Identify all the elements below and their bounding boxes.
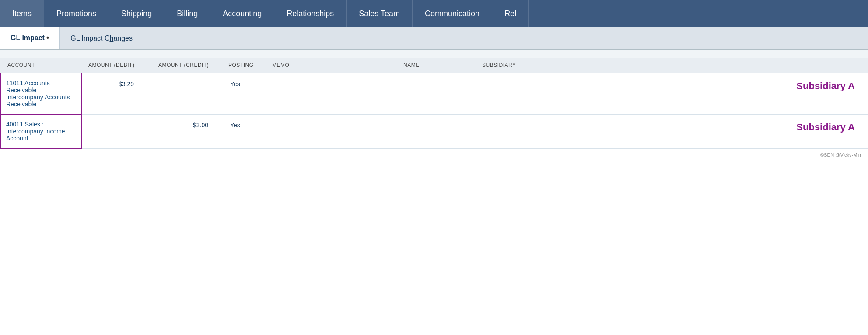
col-header-subsidiary: SUBSIDIARY (475, 58, 868, 73)
nav-item-accounting[interactable]: Accounting (210, 0, 274, 27)
nav-item-shipping-label: Shipping (121, 9, 152, 18)
posting-row2: Yes (221, 114, 265, 148)
col-header-name: NAME (396, 58, 475, 73)
gl-impact-dot: • (46, 33, 49, 42)
table-header-row: ACCOUNT AMOUNT (DEBIT) AMOUNT (CREDIT) P… (0, 58, 868, 73)
amount-credit-row2: $3.00 (151, 114, 221, 148)
col-header-amount-credit: AMOUNT (CREDIT) (151, 58, 221, 73)
table-row: 11011 Accounts Receivable : Intercompany… (0, 73, 868, 114)
nav-item-relationships[interactable]: Relationships (274, 0, 346, 27)
gl-impact-table-container: ACCOUNT AMOUNT (DEBIT) AMOUNT (CREDIT) P… (0, 58, 868, 149)
nav-item-rel[interactable]: Rel (492, 0, 529, 27)
nav-item-sales-team-label: Sales Team (359, 9, 400, 18)
col-header-posting: POSTING (221, 58, 265, 73)
tab-gl-impact-label: GL Impact (10, 34, 45, 42)
account-cell-row1[interactable]: 11011 Accounts Receivable : Intercompany… (0, 73, 81, 114)
nav-item-billing[interactable]: Billing (164, 0, 210, 27)
subsidiary-row1: Subsidiary A (475, 73, 868, 114)
nav-item-items[interactable]: Items (0, 0, 44, 27)
nav-item-communication[interactable]: Communication (413, 0, 492, 27)
nav-item-sales-team[interactable]: Sales Team (346, 0, 413, 27)
posting-row1: Yes (221, 73, 265, 114)
amount-credit-row1 (151, 73, 221, 114)
account-value-row1: 11011 Accounts Receivable : Intercompany… (6, 80, 70, 108)
col-header-amount-debit: AMOUNT (DEBIT) (81, 58, 151, 73)
nav-item-accounting-label: Accounting (223, 9, 262, 18)
tab-gl-impact[interactable]: GL Impact • (0, 27, 60, 49)
nav-item-relationships-label: Relationships (287, 9, 334, 18)
account-value-row2: 40011 Sales : Intercompany Income Accoun… (6, 121, 65, 142)
gl-impact-table: ACCOUNT AMOUNT (DEBIT) AMOUNT (CREDIT) P… (0, 58, 868, 149)
col-header-memo: MEMO (265, 58, 396, 73)
footer-note: ©SDN @Vicky-Min (0, 149, 868, 161)
col-header-account: ACCOUNT (0, 58, 81, 73)
account-cell-row2[interactable]: 40011 Sales : Intercompany Income Accoun… (0, 114, 81, 148)
nav-item-promotions[interactable]: Promotions (44, 0, 109, 27)
subsidiary-row2: Subsidiary A (475, 114, 868, 148)
nav-item-communication-label: Communication (425, 9, 480, 18)
name-row2 (396, 114, 475, 148)
nav-item-promotions-label: Promotions (56, 9, 96, 18)
sub-tab-bar: GL Impact • GL Impact Changes (0, 27, 868, 50)
tab-gl-impact-changes[interactable]: GL Impact Changes (60, 27, 144, 49)
spacer (0, 50, 868, 58)
table-row: 40011 Sales : Intercompany Income Accoun… (0, 114, 868, 148)
amount-debit-row1: $3.29 (81, 73, 151, 114)
amount-debit-row2 (81, 114, 151, 148)
memo-row2 (265, 114, 396, 148)
nav-item-shipping[interactable]: Shipping (109, 0, 164, 27)
nav-item-items-label: Items (12, 9, 32, 18)
tab-gl-impact-changes-label: GL Impact Changes (70, 35, 133, 42)
name-row1 (396, 73, 475, 114)
nav-item-billing-label: Billing (177, 9, 198, 18)
nav-item-rel-label: Rel (504, 9, 516, 18)
memo-row1 (265, 73, 396, 114)
nav-bar: Items Promotions Shipping Billing Accoun… (0, 0, 868, 27)
